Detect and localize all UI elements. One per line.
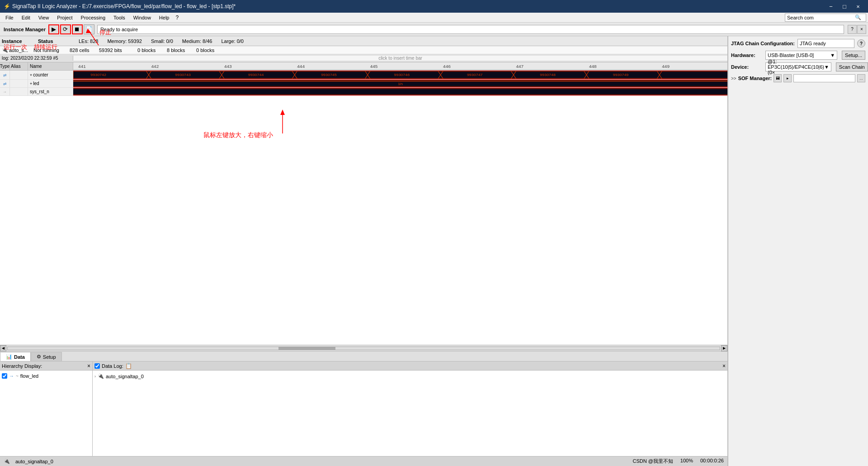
row-name-counter: + counter	[28, 71, 73, 79]
waveform-container: log: 2023/02/20 22:32:59 #5 click to ins…	[0, 54, 727, 345]
status-right: CSDN @我里不知 100% 00:00:0:26	[632, 458, 724, 465]
sof-more-btn[interactable]: …	[857, 74, 865, 82]
instance-manager-label: Instance Manager	[2, 27, 47, 32]
counter-waveform[interactable]: 9930742 9930743 9930744 9930745 9930746 …	[73, 71, 727, 79]
menu-processing[interactable]: Processing	[77, 13, 109, 22]
menu-file[interactable]: File	[2, 13, 17, 22]
column-header-row: Type Alias Name 441 442 443 444 445 446 …	[0, 62, 727, 71]
svg-text:9930747: 9930747	[467, 73, 483, 77]
setup-btn[interactable]: Setup...	[842, 51, 865, 60]
row-type-sysrstn: →	[0, 88, 10, 95]
data-tab-label: Data	[14, 354, 25, 360]
titlebar: ⚡ SignalTap II Logic Analyzer - E:/7.exe…	[0, 0, 868, 13]
expand-counter[interactable]: +	[30, 73, 32, 77]
menu-edit[interactable]: Edit	[18, 13, 34, 22]
open-button[interactable]: 📄	[84, 24, 94, 34]
menu-help[interactable]: Help	[156, 13, 173, 22]
tab-data[interactable]: 📊 Data	[0, 352, 31, 361]
status-zoom: 100%	[680, 458, 693, 465]
svg-text:449: 449	[662, 65, 670, 69]
led-label: led	[33, 81, 39, 86]
svg-text:445: 445	[370, 65, 378, 69]
close-toolbar-btn[interactable]: ×	[857, 25, 866, 34]
svg-text:9930745: 9930745	[321, 73, 337, 77]
help-toolbar-btn[interactable]: ?	[848, 25, 857, 34]
instance-row-medium: 8 blocks	[167, 48, 192, 53]
run-once-button[interactable]: ▶	[48, 24, 59, 34]
svg-text:447: 447	[516, 65, 524, 69]
col-alias-header: Alias	[10, 62, 28, 70]
close-button[interactable]: ×	[852, 1, 864, 11]
scroll-right-arrow[interactable]: ▶	[721, 345, 727, 352]
continuous-run-button[interactable]: ⟳	[60, 24, 71, 34]
hierarchy-panel-header: Hierarchy Display: ×	[0, 361, 92, 371]
dl-expand-icon[interactable]: ›	[94, 374, 96, 379]
right-panel: JTAG Chain Configuration: JTAG ready ? H…	[728, 36, 868, 466]
sysrstn-label: sys_rst_n	[30, 89, 49, 94]
hardware-value: USB-Blaster [USB-0]	[768, 52, 814, 58]
col-name-header: Name	[28, 62, 73, 70]
sof-input[interactable]	[793, 74, 855, 82]
datalog-close-btn[interactable]: ×	[722, 363, 726, 369]
svg-text:9930748: 9930748	[540, 73, 556, 77]
sysrstn-waveform[interactable]	[73, 88, 727, 95]
scroll-thumb[interactable]	[278, 347, 335, 350]
minimize-button[interactable]: −	[825, 1, 837, 11]
signal-area: Instance Status LEs: 828 Memory: 59392 S…	[0, 36, 728, 466]
large-info: Large: 0/0	[221, 38, 244, 44]
row-alias-led	[10, 80, 28, 87]
device-dropdown[interactable]: @1: EP3C(10|5)/EP4CE(10|6) (0× ▼	[765, 62, 831, 71]
led-wave-svg: 1h	[73, 80, 727, 87]
hierarchy-sub-icon: ~	[16, 374, 19, 379]
instance-label: Instance	[2, 38, 29, 44]
maximize-button[interactable]: □	[838, 1, 851, 11]
sof-prev-btn[interactable]: 🖬	[774, 74, 782, 82]
dl-instance-icon: 🔌	[98, 373, 104, 379]
datalog-icon: 📋	[125, 363, 132, 369]
hierarchy-close-btn[interactable]: ×	[87, 363, 90, 369]
jtag-config-row: JTAG Chain Configuration: JTAG ready ?	[731, 39, 865, 48]
stop-button[interactable]: ⏹	[72, 24, 83, 34]
expand-led[interactable]: +	[30, 81, 32, 86]
search-icon: 🔍	[855, 14, 861, 20]
h-scrollbar[interactable]: ◀ ▶	[0, 345, 727, 351]
scroll-track[interactable]	[7, 347, 720, 350]
memory-info: Memory: 59392	[107, 38, 142, 44]
status-label: Status	[38, 38, 70, 44]
row-type-led: ⇌	[0, 80, 10, 87]
hardware-row: Hardware: USB-Blaster [USB-0] ▼ Setup...	[731, 51, 865, 60]
hierarchy-content: → ~ flow_led	[0, 371, 92, 456]
window-title: SignalTap II Logic Analyzer - E:/7.exerc…	[10, 3, 825, 10]
datalog-header: Data Log: 📋 ×	[93, 361, 727, 371]
svg-text:9930743: 9930743	[175, 73, 191, 77]
menu-window[interactable]: Window	[130, 13, 155, 22]
menu-tools[interactable]: Tools	[110, 13, 129, 22]
led-signal-row: ⇌ + led	[0, 80, 727, 88]
datalog-checkbox[interactable]	[94, 363, 100, 369]
scan-chain-btn[interactable]: Scan Chain	[836, 62, 868, 71]
search-box[interactable]: 🔍	[785, 14, 866, 22]
help-icon: ?	[175, 14, 179, 21]
timeline-svg: 441 442 443 444 445 446 447 448 449	[73, 62, 727, 70]
menu-project[interactable]: Project	[53, 13, 76, 22]
counter-signal-row: ⇌ + counter	[0, 71, 727, 80]
click-insert-bar[interactable]: click to insert time bar	[73, 56, 727, 61]
hardware-dropdown-arrow: ▼	[830, 52, 835, 58]
hierarchy-checkbox-flowled[interactable]	[2, 373, 7, 379]
sysrstn-wave-svg	[73, 88, 727, 95]
led-waveform[interactable]: 1h	[73, 80, 727, 87]
datalog-title: Data Log:	[102, 363, 123, 369]
sof-next-btn[interactable]: ▸	[783, 74, 792, 82]
status-time: 00:00:0:26	[700, 458, 724, 465]
tab-bar: 📊 Data ⚙ Setup	[0, 351, 727, 361]
scroll-left-arrow[interactable]: ◀	[0, 345, 6, 352]
tab-setup[interactable]: ⚙ Setup	[31, 352, 62, 361]
search-input[interactable]	[787, 15, 855, 20]
hardware-dropdown[interactable]: USB-Blaster [USB-0] ▼	[765, 51, 837, 60]
status-instance-name: auto_signaltap_0	[15, 459, 53, 464]
device-row: Device: @1: EP3C(10|5)/EP4CE(10|6) (0× ▼…	[731, 62, 865, 71]
jtag-help-btn[interactable]: ?	[857, 39, 865, 48]
counter-wave-svg: 9930742 9930743 9930744 9930745 9930746 …	[73, 71, 727, 79]
svg-text:442: 442	[151, 65, 159, 69]
menu-view[interactable]: View	[35, 13, 53, 22]
